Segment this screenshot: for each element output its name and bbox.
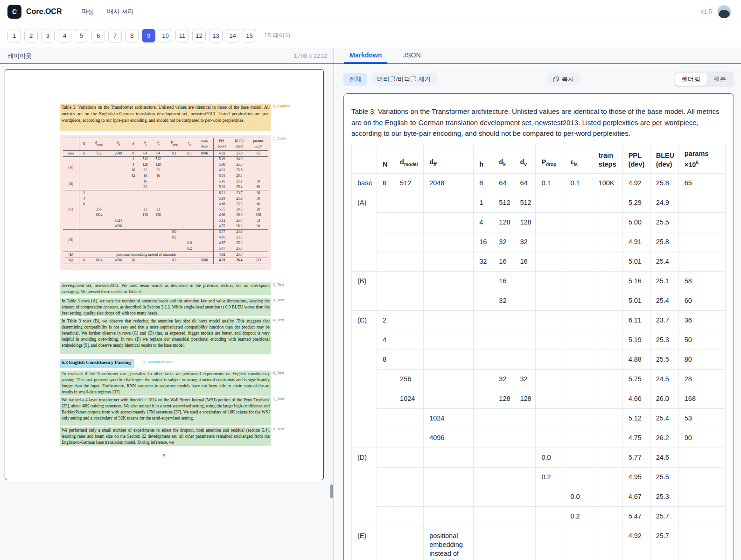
pagination-bar: 123456789101112131415 15 페이지 bbox=[0, 23, 741, 48]
copy-button[interactable]: 복사 bbox=[547, 73, 580, 86]
left-scrollbar-thumb[interactable] bbox=[330, 484, 333, 498]
preview-table: NdmodeldffhdkdvPdropεlstrainstepsPPL(dev… bbox=[63, 138, 268, 264]
region-label-text-3: 3_Text bbox=[273, 298, 284, 302]
page-button-4[interactable]: 4 bbox=[58, 29, 71, 42]
page-button-7[interactable]: 7 bbox=[108, 29, 122, 42]
app-title: Core.OCR bbox=[26, 7, 62, 16]
view-rendered-button[interactable]: 렌더링 bbox=[675, 73, 707, 86]
layout-title: 레이아웃 bbox=[7, 52, 32, 60]
page-button-14[interactable]: 14 bbox=[226, 29, 239, 42]
pagination: 123456789101112131415 bbox=[7, 29, 256, 42]
copy-label: 복사 bbox=[562, 75, 574, 84]
region-section-header[interactable]: 6.3 English Constituency Parsing bbox=[60, 359, 134, 368]
region-label-caption: 0_Caption bbox=[273, 104, 290, 108]
page-button-12[interactable]: 12 bbox=[192, 29, 206, 42]
app-logo: C bbox=[7, 5, 21, 19]
region-label-table: 1_Table bbox=[273, 136, 286, 140]
filter-all-button[interactable]: 전체 bbox=[343, 73, 367, 86]
main-nav: 파싱 배치 처리 bbox=[81, 7, 134, 16]
result-toolbar: 전체 머리글/바닥글 제거 복사 렌더링 원본 bbox=[343, 71, 734, 87]
region-text-6[interactable]: To evaluate if the Transformer can gener… bbox=[60, 371, 271, 396]
user-avatar[interactable] bbox=[718, 5, 731, 18]
result-tabs: Markdown JSON bbox=[334, 48, 741, 64]
remove-header-footer-button[interactable]: 머리글/바닥글 제거 bbox=[371, 73, 437, 86]
page-button-8[interactable]: 8 bbox=[125, 29, 139, 42]
region-text-4[interactable]: In Table 3 rows (B), we observe that red… bbox=[60, 318, 271, 354]
page-dimensions: 1708 x 2212 bbox=[294, 52, 327, 59]
page-button-13[interactable]: 13 bbox=[209, 29, 223, 42]
page-button-1[interactable]: 1 bbox=[7, 29, 21, 42]
result-body: 전체 머리글/바닥글 제거 복사 렌더링 원본 Table 3: Variati… bbox=[334, 64, 741, 560]
view-mode-switch: 렌더링 원본 bbox=[674, 71, 734, 87]
page-button-6[interactable]: 6 bbox=[91, 29, 105, 42]
region-label-text-4: 4_Text bbox=[273, 318, 284, 322]
region-text-7[interactable]: We trained a 4-layer transformer with dm… bbox=[60, 397, 271, 426]
page-button-10[interactable]: 10 bbox=[159, 29, 172, 42]
layout-panel-header: 레이아웃 1708 x 2212 bbox=[0, 48, 334, 64]
region-text-2[interactable]: development set, newstest2013. We used b… bbox=[60, 282, 271, 295]
page-button-2[interactable]: 2 bbox=[24, 29, 38, 42]
page-total-label: 15 페이지 bbox=[264, 31, 291, 40]
rendered-caption: Table 3: Variations on the Transformer a… bbox=[351, 106, 726, 139]
page-button-9[interactable]: 9 bbox=[142, 29, 155, 42]
region-text-8[interactable]: We performed only a small number of expe… bbox=[60, 427, 271, 446]
layout-panel: 레이아웃 1708 x 2212 Table 3: Variations on … bbox=[0, 48, 334, 560]
result-panel: Markdown JSON 전체 머리글/바닥글 제거 복사 렌더링 원본 bbox=[334, 48, 741, 560]
tab-json[interactable]: JSON bbox=[398, 48, 426, 63]
page-button-15[interactable]: 15 bbox=[243, 29, 256, 42]
tab-markdown[interactable]: Markdown bbox=[344, 48, 387, 63]
markdown-render-card: Table 3: Variations on the Transformer a… bbox=[343, 93, 734, 560]
region-label-text-8: 8_Text bbox=[273, 427, 284, 431]
region-label-text-7: 7_Text bbox=[273, 397, 284, 401]
document-page-number: 9 bbox=[5, 453, 323, 458]
app-header: C Core.OCR 파싱 배치 처리 v1.5 bbox=[0, 0, 741, 23]
region-table[interactable]: NdmodeldffhdkdvPdropεlstrainstepsPPL(dev… bbox=[60, 135, 271, 270]
page-button-3[interactable]: 3 bbox=[41, 29, 55, 42]
region-label-text-6: 6_Text bbox=[273, 371, 284, 375]
region-caption[interactable]: Table 3: Variations on the Transformer a… bbox=[60, 104, 271, 131]
view-source-button[interactable]: 원본 bbox=[707, 73, 733, 86]
copy-icon bbox=[553, 77, 559, 83]
nav-item-batch[interactable]: 배치 처리 bbox=[107, 7, 134, 16]
region-label-text-2: 2_Text bbox=[273, 282, 284, 287]
rendered-table: NdmodeldffhdkdvPdropεlstrainstepsPPL(dev… bbox=[351, 145, 726, 560]
nav-item-parsing[interactable]: 파싱 bbox=[81, 7, 94, 16]
version-label: v1.5 bbox=[700, 8, 712, 15]
page-button-5[interactable]: 5 bbox=[75, 29, 88, 42]
region-label-section-header: 5_Section-header bbox=[143, 360, 173, 364]
document-preview: Table 3: Variations on the Transformer a… bbox=[5, 69, 324, 480]
page-button-11[interactable]: 11 bbox=[175, 29, 189, 42]
region-text-3[interactable]: In Table 3 rows (A), we vary the number … bbox=[60, 298, 271, 316]
